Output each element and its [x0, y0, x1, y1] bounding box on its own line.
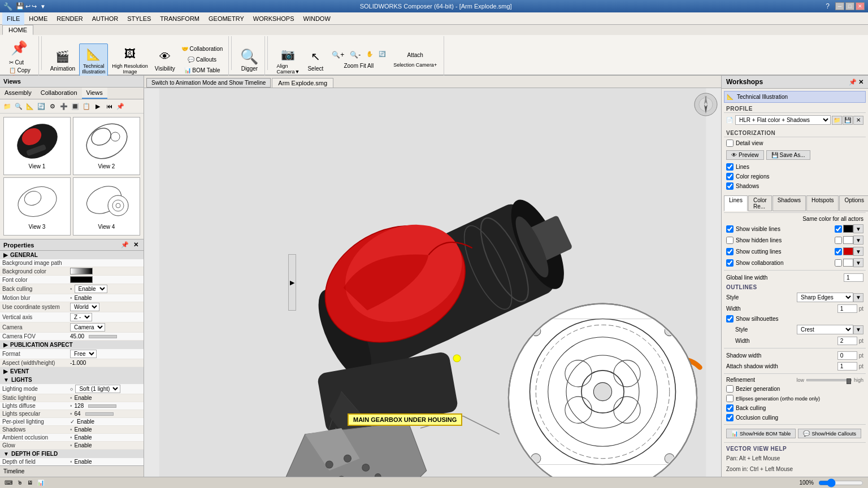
menu-workshops[interactable]: WORKSHOPS	[249, 12, 299, 25]
show-visible-checkbox[interactable]	[726, 225, 734, 233]
show-collab-check2[interactable]	[835, 259, 842, 267]
views-tb-btn-9[interactable]: ▶	[93, 101, 103, 111]
arm-explode-tab[interactable]: Arm Explode.smg	[272, 78, 333, 88]
ws-tab-options[interactable]: Options	[839, 195, 868, 211]
pub-aspect-header[interactable]: ▶PUBLICATION ASPECT	[0, 341, 144, 349]
cut-button[interactable]: ✂ Cut	[7, 59, 33, 66]
hidden-color-swatch[interactable]	[843, 236, 853, 244]
visibility-button[interactable]: 👁 Visibility	[152, 46, 178, 73]
props-pin-button[interactable]: 📌	[119, 241, 131, 249]
visible-color-swatch[interactable]	[843, 225, 853, 233]
views-tb-btn-1[interactable]: 📁	[2, 101, 12, 111]
bezier-checkbox[interactable]	[726, 385, 734, 393]
hidden-color-btn[interactable]: ▼	[853, 236, 863, 245]
view-3-thumbnail[interactable]: View 3	[3, 177, 71, 236]
lighting-mode-select[interactable]: Soft (1 light)	[75, 385, 120, 393]
show-cutting-checkbox[interactable]	[726, 248, 734, 255]
tab-collaboration[interactable]: Collaboration	[36, 88, 82, 99]
collab-color-swatch[interactable]	[843, 259, 853, 267]
selection-camera-button[interactable]: Selection Camera+	[391, 60, 439, 69]
camera-select[interactable]: Camera	[70, 323, 105, 332]
ws-tab-hotspots[interactable]: Hotspots	[806, 195, 839, 211]
ribbon-tab-home[interactable]: HOME	[2, 25, 33, 35]
menu-file[interactable]: FILE	[2, 12, 24, 25]
technical-illustration-button[interactable]: 📐 TechnicalIllustration	[79, 43, 108, 76]
global-line-width-input[interactable]	[844, 273, 863, 282]
menu-home[interactable]: HOME	[24, 12, 52, 25]
back-culling-ws-checkbox[interactable]	[726, 404, 734, 412]
style-select[interactable]: Sharp Edges	[797, 293, 853, 302]
profile-btn-2[interactable]: 💾	[843, 116, 853, 125]
views-tb-btn-6[interactable]: ➕	[59, 101, 69, 111]
cutting-color-swatch[interactable]	[843, 247, 853, 255]
bg-color-swatch[interactable]	[70, 268, 93, 274]
camera-fov-slider[interactable]	[89, 335, 117, 338]
format-select[interactable]: Free	[70, 350, 97, 358]
coord-system-select[interactable]: World	[70, 303, 99, 311]
sil-style-select[interactable]: Crest	[797, 325, 853, 334]
animation-button[interactable]: 🎬 Animation	[47, 46, 78, 73]
zoom-fit-button[interactable]: Zoom Fit All	[329, 61, 388, 71]
refinement-slider[interactable]	[806, 379, 852, 381]
view-1-thumbnail[interactable]: View 1	[3, 117, 71, 175]
lights-header[interactable]: ▼LIGHTS	[0, 376, 144, 384]
menu-window[interactable]: WINDOW	[299, 12, 335, 25]
color-regions-checkbox[interactable]	[726, 173, 734, 180]
tab-views[interactable]: Views	[82, 88, 107, 99]
show-cutting-check2[interactable]	[835, 248, 842, 255]
show-collab-checkbox[interactable]	[726, 259, 734, 267]
profile-btn-1[interactable]: 📁	[832, 116, 842, 125]
views-tb-btn-10[interactable]: ⏮	[104, 101, 114, 111]
preview-button[interactable]: 👁 Preview	[726, 150, 764, 160]
workshops-close-button[interactable]: ✕	[858, 79, 863, 86]
font-color-swatch[interactable]	[70, 276, 93, 283]
event-header[interactable]: ▶EVENT	[0, 367, 144, 376]
workshops-pin-button[interactable]: 📌	[849, 79, 857, 86]
save-as-button[interactable]: 💾 Save As...	[766, 150, 810, 160]
cutting-color-btn[interactable]: ▼	[853, 247, 863, 256]
show-hide-callouts-button[interactable]: 💬 Show/Hide Callouts	[798, 429, 861, 438]
profile-select[interactable]: HLR + Flat color + Shadows	[735, 115, 831, 125]
pan-button[interactable]: ✋	[364, 49, 375, 60]
save-icon[interactable]: 💾	[16, 2, 24, 10]
style-dropdown-btn[interactable]: ▼	[853, 293, 863, 302]
zoom-out-button[interactable]: 🔍-	[348, 49, 363, 60]
props-close-button[interactable]: ✕	[132, 241, 140, 249]
lines-checkbox[interactable]	[726, 163, 734, 171]
visible-color-btn[interactable]: ▼	[853, 224, 863, 233]
canvas-left-handle[interactable]: ▶	[288, 254, 296, 311]
show-hidden-check2[interactable]	[835, 237, 842, 244]
sil-width-input[interactable]	[837, 337, 857, 345]
vertical-axis-select[interactable]: Z -	[70, 313, 92, 321]
ellipses-checkbox[interactable]	[726, 395, 734, 402]
view-4-thumbnail[interactable]: View 4	[73, 177, 140, 236]
detail-view-checkbox[interactable]	[726, 140, 734, 147]
technical-illustration-item[interactable]: 📐 Technical Illustration	[724, 91, 866, 103]
shadows-ws-checkbox[interactable]	[726, 182, 734, 190]
undo-icon[interactable]: ↩	[25, 3, 31, 10]
collaboration-button[interactable]: 🤝 Collaboration	[179, 44, 225, 54]
show-sil-checkbox[interactable]	[726, 315, 734, 323]
collab-color-btn[interactable]: ▼	[853, 258, 863, 267]
bom-table-button[interactable]: 📊 BOM Table	[179, 66, 225, 75]
back-culling-select[interactable]: Enable	[75, 285, 107, 293]
attach-shadow-input[interactable]	[837, 362, 857, 371]
canvas[interactable]: ▶	[144, 88, 721, 477]
menu-transform[interactable]: TRANSFORM	[155, 12, 204, 25]
callouts-button[interactable]: 💬 Callouts	[179, 55, 225, 64]
views-tb-btn-3[interactable]: 📐	[25, 101, 35, 111]
rotate-button[interactable]: 🔄	[376, 49, 388, 60]
show-visible-check2[interactable]	[835, 225, 842, 233]
show-hidden-checkbox[interactable]	[726, 237, 734, 244]
menu-styles[interactable]: STYLES	[123, 12, 155, 25]
tab-assembly[interactable]: Assembly	[0, 88, 36, 99]
specular-slider[interactable]	[85, 412, 114, 416]
ws-tab-shadows[interactable]: Shadows	[772, 195, 806, 211]
menu-geometry[interactable]: GEOMETRY	[204, 12, 249, 25]
menu-author[interactable]: AUTHOR	[88, 12, 123, 25]
general-section-header[interactable]: ▶GENERAL	[0, 251, 144, 259]
views-tb-btn-2[interactable]: 🔍	[14, 101, 24, 111]
zoom-slider[interactable]	[818, 478, 863, 487]
ws-tab-color[interactable]: Color Re...	[748, 195, 772, 211]
align-camera-button[interactable]: 📷 AlignCamera▼	[274, 43, 302, 76]
